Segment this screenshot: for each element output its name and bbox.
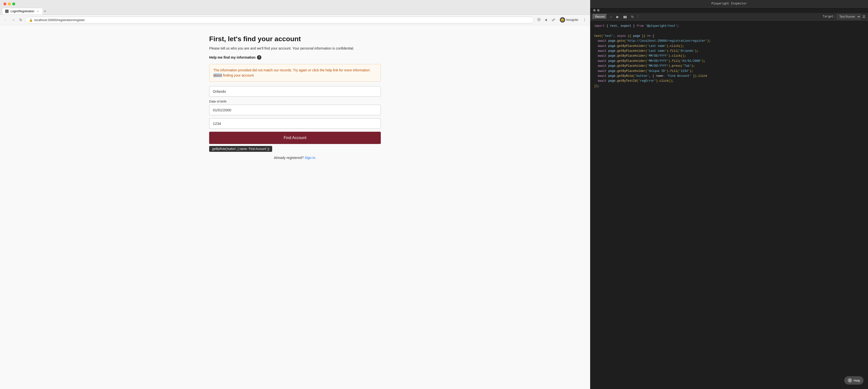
bookmark-button[interactable]: ★	[544, 17, 549, 23]
reload-button[interactable]: ↻	[18, 17, 23, 23]
minimize-window-button[interactable]	[8, 2, 11, 5]
traffic-lights	[3, 2, 15, 5]
navigation-bar: ← → ↻ 🔒 localhost:20000/registration/reg…	[0, 15, 590, 25]
error-box: The information provided did not match o…	[209, 64, 381, 82]
tab-favicon	[5, 9, 8, 13]
close-window-button[interactable]	[3, 2, 6, 5]
code-line-click-last: await page.getByPlaceholder('Last name')…	[594, 44, 864, 49]
code-line-fill-uid: await page.getByPlaceholder('Unique ID')…	[594, 69, 864, 73]
tab-close-button[interactable]: ×	[36, 9, 40, 13]
code-line-fill-last: await page.getByPlaceholder('Last name')…	[594, 49, 864, 54]
inspector-menu-button[interactable]: ☰	[862, 15, 866, 19]
page-title: First, let's find your account	[209, 35, 381, 43]
inspector-titlebar: Playwright Inspector	[590, 0, 868, 8]
record-button[interactable]: Record	[593, 14, 607, 19]
code-line-goto: await page.goto('http://localhost:20000/…	[594, 38, 864, 43]
signin-static-text: Already registered?	[274, 156, 304, 160]
code-line-press-tab: await page.getByPlaceholder('MM/DD/YYYY'…	[594, 63, 864, 68]
error-highlight-about: about	[213, 73, 222, 77]
code-line-click-error: await page.getByTestId('regError').click…	[594, 79, 864, 83]
inspector-dot-1	[593, 9, 596, 11]
help-bubble[interactable]: ? Help	[844, 376, 864, 385]
step-button[interactable]: ↻	[630, 14, 635, 19]
reader-mode-button[interactable]: ☍	[551, 17, 556, 23]
tab-bar: Login/Registration × +	[0, 8, 590, 15]
active-tab[interactable]: Login/Registration ×	[2, 8, 43, 14]
code-line-blank	[594, 28, 864, 33]
inspector-window-controls	[590, 8, 868, 13]
new-tab-button[interactable]: +	[44, 9, 46, 13]
help-label: Help me find my information ?	[209, 55, 381, 60]
inspector-dot-2	[597, 9, 599, 11]
help-bubble-icon: ?	[848, 378, 852, 383]
help-bubble-label: Help	[854, 379, 860, 382]
error-text-part2: finding your account.	[222, 73, 254, 77]
target-select[interactable]: Test Runner	[837, 14, 861, 19]
signin-link[interactable]: Sign in	[305, 156, 315, 160]
inspector-title: Playwright Inspector	[712, 2, 747, 5]
code-line-click-dob: await page.getByPlaceholder('MM/DD/YYYY'…	[594, 54, 864, 58]
signin-text: Already registered? Sign in.	[209, 156, 381, 160]
incognito-label: Incognito	[566, 18, 578, 22]
nav-icons: Ⓗ ★ ☍ 😵 Incognito ⋮	[536, 16, 588, 24]
target-section: Target: Test Runner ☰	[823, 14, 866, 19]
tab-title: Login/Registration	[10, 9, 34, 13]
help-label-text: Help me find my information	[209, 55, 255, 59]
code-editor: import { test, expect } from '@playwrigh…	[590, 21, 868, 389]
last-name-input[interactable]	[209, 86, 381, 97]
error-text-part1: The information provided did not match o…	[213, 68, 370, 72]
dob-input[interactable]	[209, 105, 381, 115]
page-content: First, let's find your account Please te…	[0, 25, 590, 389]
playwright-inspector-panel: Playwright Inspector Record ⎓ ▶ ▮▮ ↻ Tar…	[590, 0, 868, 389]
inspector-toolbar: Record ⎓ ▶ ▮▮ ↻ Target: Test Runner ☰	[590, 13, 868, 21]
pause-button[interactable]: ▮▮	[622, 14, 628, 19]
maximize-window-button[interactable]	[12, 2, 15, 5]
form-container: First, let's find your account Please te…	[209, 35, 381, 379]
code-line-test: test('test', async ({ page }) => {	[594, 34, 864, 38]
url-text: localhost:20000/registration/register	[34, 18, 530, 22]
error-message: The information provided did not match o…	[213, 68, 377, 78]
unique-id-input[interactable]	[209, 118, 381, 129]
window-controls	[0, 0, 590, 8]
share-button[interactable]: Ⓗ	[536, 17, 542, 23]
code-line-fill-dob: await page.getByPlaceholder('MM/DD/YYYY'…	[594, 59, 864, 63]
find-account-button[interactable]: Find Account	[209, 132, 381, 144]
help-question-icon[interactable]: ?	[257, 55, 261, 60]
address-bar[interactable]: 🔒 localhost:20000/registration/register	[25, 17, 534, 23]
incognito-icon: 😵	[560, 17, 565, 23]
dob-label: Date of birth	[209, 99, 381, 103]
forward-button[interactable]: →	[10, 17, 16, 23]
code-line-close: });	[594, 84, 864, 89]
incognito-indicator: 😵 Incognito	[558, 16, 580, 24]
back-button[interactable]: ←	[2, 17, 8, 23]
playwright-tooltip: getByRole('button', { name: 'Find Accoun…	[209, 146, 272, 152]
code-line-1: import { test, expect } from '@playwrigh…	[594, 24, 864, 28]
browser-window: Login/Registration × + ← → ↻ 🔒 localhost…	[0, 0, 590, 389]
target-label: Target:	[823, 15, 835, 19]
page-subtitle: Please tell us who you are and we'll fin…	[209, 47, 381, 50]
browser-menu-button[interactable]: ⋮	[582, 17, 588, 23]
copy-button[interactable]: ⎓	[609, 14, 614, 19]
signin-punctuation: .	[315, 156, 316, 160]
code-line-click-btn: await page.getByRole('button', { name: '…	[594, 73, 864, 79]
run-button[interactable]: ▶	[615, 14, 620, 19]
